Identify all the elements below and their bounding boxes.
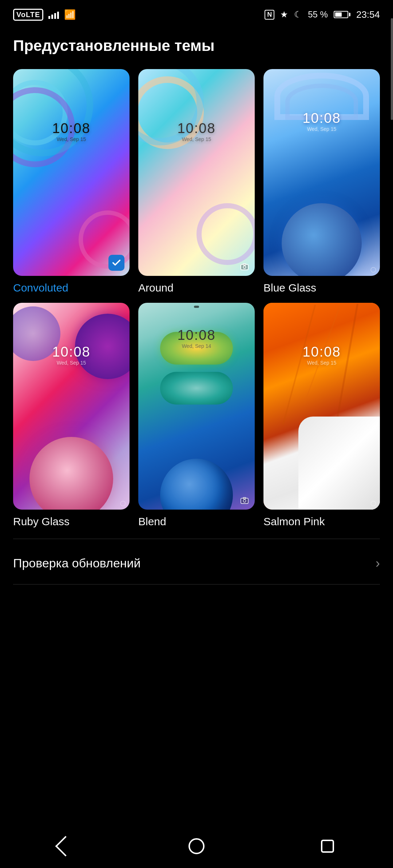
theme-name-around: Around [138, 282, 174, 294]
theme-clock-ruby-glass: 10:08 Wed, Sep 15 [52, 344, 90, 366]
theme-thumbnail-around[interactable]: 10:08 Wed, Sep 15 [138, 69, 255, 276]
theme-thumbnail-ruby-glass[interactable]: 10:08 Wed, Sep 15 ◯ [13, 303, 130, 510]
theme-thumbnail-salmon-pink[interactable]: 10:08 Wed, Sep 15 ◯ [263, 303, 380, 510]
selected-checkmark [108, 255, 124, 271]
svg-rect-2 [243, 264, 246, 265]
updates-divider [13, 584, 380, 584]
home-icon [188, 838, 205, 854]
signal-strength-icon [48, 10, 59, 19]
chevron-right-icon: › [376, 556, 380, 571]
theme-item-salmon-pink[interactable]: 10:08 Wed, Sep 15 ◯ Salmon Pink [263, 303, 380, 528]
status-time: 23:54 [356, 9, 380, 20]
theme-name-salmon-pink: Salmon Pink [263, 515, 325, 528]
wifi-icon: 📶 [64, 9, 76, 20]
scrollbar-thumb[interactable] [391, 18, 393, 120]
theme-item-convoluted[interactable]: 10:08 Wed, Sep 15 Convoluted [13, 69, 130, 294]
theme-clock-blend: 10:08 Wed, Sep 14 [177, 327, 215, 349]
theme-item-ruby-glass[interactable]: 10:08 Wed, Sep 15 ◯ Ruby Glass [13, 303, 130, 528]
check-updates-row[interactable]: Проверка обновлений › [13, 543, 380, 584]
theme-clock-blue-glass: 10:08 Wed, Sep 15 [302, 110, 341, 132]
status-bar: VoLTE 📶 N ★ ☾ 55 % 23:54 [0, 0, 393, 26]
notch-indicator [194, 306, 199, 308]
theme-item-around[interactable]: 10:08 Wed, Sep 15 Around [138, 69, 255, 294]
battery-icon [334, 11, 350, 18]
theme-name-ruby-glass: Ruby Glass [13, 515, 70, 528]
recents-icon [321, 840, 334, 853]
theme-thumbnail-convoluted[interactable]: 10:08 Wed, Sep 15 [13, 69, 130, 276]
back-icon [55, 836, 76, 857]
status-right: N ★ ☾ 55 % 23:54 [265, 9, 380, 20]
theme-item-blue-glass[interactable]: 10:08 Wed, Sep 15 ◯ Blue Glass [263, 69, 380, 294]
svg-rect-5 [243, 498, 246, 499]
theme-thumbnail-blue-glass[interactable]: 10:08 Wed, Sep 15 ◯ [263, 69, 380, 276]
page-title: Предустановленные темы [13, 37, 380, 55]
camera-icon-around [239, 263, 250, 271]
updates-label: Проверка обновлений [13, 556, 141, 570]
status-left: VoLTE 📶 [13, 9, 76, 21]
camera-icon-blend [239, 497, 250, 505]
theme-clock-salmon-pink: 10:08 Wed, Sep 15 [302, 344, 341, 366]
volte-indicator: VoLTE [13, 9, 43, 21]
back-button[interactable] [51, 832, 80, 861]
theme-name-blue-glass: Blue Glass [263, 282, 316, 294]
recents-button[interactable] [313, 832, 342, 861]
navigation-bar [0, 828, 393, 868]
scrollbar-track[interactable] [390, 0, 393, 868]
theme-clock-convoluted: 10:08 Wed, Sep 15 [52, 121, 90, 142]
moon-icon: ☾ [294, 9, 302, 20]
nfc-icon: N [265, 10, 274, 20]
theme-clock-around: 10:08 Wed, Sep 15 [177, 121, 215, 142]
themes-grid: 10:08 Wed, Sep 15 Convoluted [13, 69, 380, 528]
main-content: Предустановленные темы 10:08 Wed, Sep 15 [0, 26, 393, 528]
theme-thumbnail-blend[interactable]: 10:08 Wed, Sep 14 [138, 303, 255, 510]
theme-item-blend[interactable]: 10:08 Wed, Sep 14 Blend [138, 303, 255, 528]
section-divider [13, 539, 380, 539]
updates-section: Проверка обновлений › [0, 543, 393, 584]
battery-percent: 55 % [308, 9, 328, 20]
theme-name-blend: Blend [138, 515, 166, 528]
home-button[interactable] [182, 832, 211, 861]
theme-name-convoluted: Convoluted [13, 282, 68, 294]
bluetooth-icon: ★ [280, 9, 288, 20]
